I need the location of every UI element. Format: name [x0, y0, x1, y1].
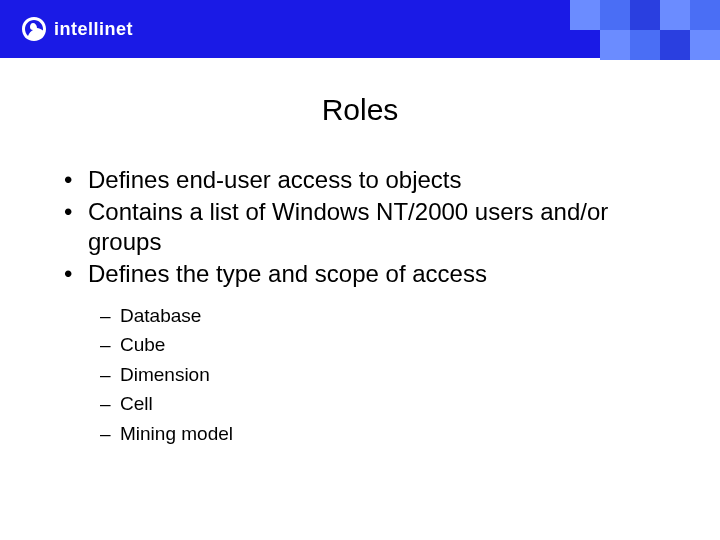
slide-title: Roles — [0, 93, 720, 127]
slide-content: Defines end-user access to objects Conta… — [0, 165, 720, 448]
sub-bullet-text: Mining model — [120, 423, 233, 444]
sub-bullet-text: Dimension — [120, 364, 210, 385]
brand-name: intellinet — [54, 19, 133, 40]
header-bar: intellinet — [0, 0, 720, 58]
brand-logo: intellinet — [20, 15, 133, 43]
bullet-item: Defines end-user access to objects — [58, 165, 680, 195]
sub-bullet-item: Cell — [100, 389, 680, 418]
main-bullet-list: Defines end-user access to objects Conta… — [58, 165, 680, 448]
bullet-text: Defines the type and scope of access — [88, 260, 487, 287]
sub-bullet-item: Mining model — [100, 419, 680, 448]
sub-bullet-text: Database — [120, 305, 201, 326]
bullet-item: Contains a list of Windows NT/2000 users… — [58, 197, 680, 257]
bullet-text: Defines end-user access to objects — [88, 166, 462, 193]
sub-bullet-item: Cube — [100, 330, 680, 359]
sub-bullet-text: Cube — [120, 334, 165, 355]
sub-bullet-text: Cell — [120, 393, 153, 414]
sub-bullet-item: Database — [100, 301, 680, 330]
bullet-item: Defines the type and scope of access Dat… — [58, 259, 680, 448]
bullet-text: Contains a list of Windows NT/2000 users… — [88, 198, 608, 255]
sub-bullet-list: Database Cube Dimension Cell Mining mode… — [100, 301, 680, 448]
decorative-squares — [570, 0, 720, 60]
sub-bullet-item: Dimension — [100, 360, 680, 389]
globe-person-icon — [20, 15, 48, 43]
